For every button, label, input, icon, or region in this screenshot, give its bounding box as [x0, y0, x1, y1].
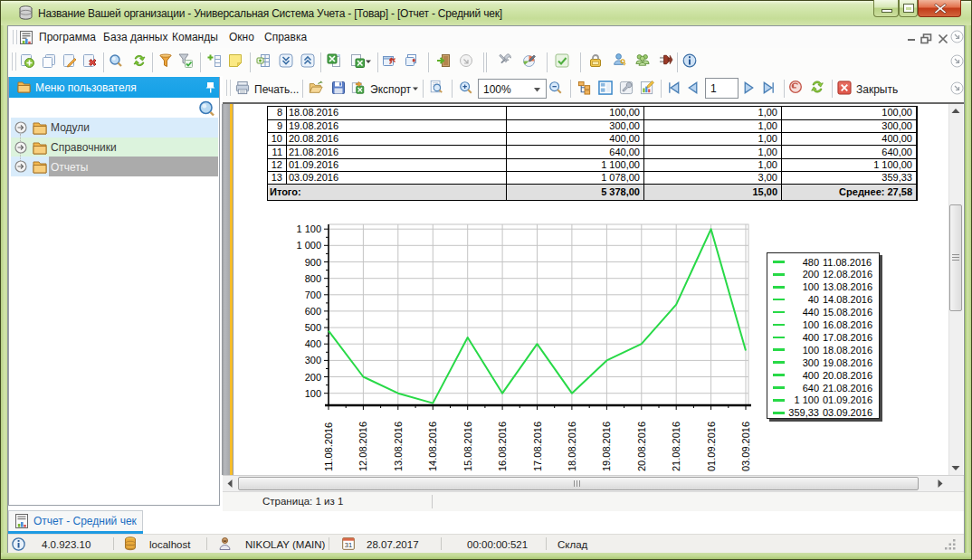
svg-text:200: 200 — [305, 372, 321, 383]
svg-text:18.08.2016: 18.08.2016 — [567, 422, 577, 471]
svg-text:1 000: 1 000 — [296, 240, 321, 251]
svg-text:13.08.2016: 13.08.2016 — [393, 422, 404, 471]
svg-text:14.08.2016: 14.08.2016 — [427, 422, 438, 471]
svg-text:700: 700 — [305, 289, 321, 300]
svg-text:11.08.2016: 11.08.2016 — [323, 422, 334, 471]
svg-text:15.08.2016: 15.08.2016 — [462, 422, 473, 471]
svg-text:21.08.2016: 21.08.2016 — [671, 422, 681, 471]
svg-text:19.08.2016: 19.08.2016 — [601, 422, 612, 471]
svg-text:20.08.2016: 20.08.2016 — [636, 422, 647, 471]
svg-text:500: 500 — [305, 322, 321, 333]
svg-text:01.09.2016: 01.09.2016 — [706, 422, 717, 471]
svg-text:03.09.2016: 03.09.2016 — [740, 422, 751, 471]
svg-text:400: 400 — [305, 338, 321, 349]
svg-text:1 100: 1 100 — [296, 223, 321, 234]
svg-text:100: 100 — [305, 388, 321, 399]
svg-text:17.08.2016: 17.08.2016 — [532, 422, 543, 471]
svg-text:600: 600 — [305, 306, 321, 317]
svg-text:16.08.2016: 16.08.2016 — [497, 422, 508, 471]
svg-text:300: 300 — [305, 355, 321, 365]
svg-text:12.08.2016: 12.08.2016 — [357, 422, 368, 471]
svg-text:900: 900 — [305, 257, 321, 268]
svg-text:800: 800 — [305, 273, 321, 284]
svg-text:31: 31 — [345, 541, 352, 549]
